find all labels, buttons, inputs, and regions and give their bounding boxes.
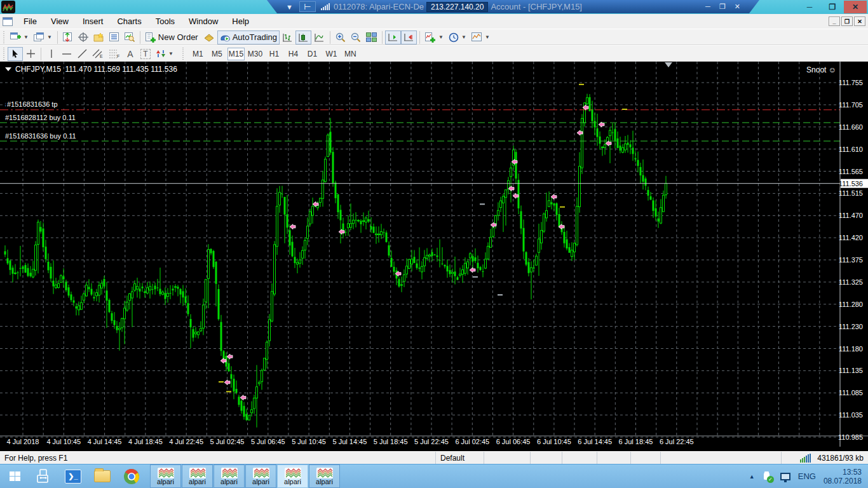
time-tick-label: 6 Jul 06:45 [496, 438, 531, 445]
powershell-button[interactable]: ❯_ [58, 464, 88, 488]
mdi-close-icon[interactable]: ✕ [854, 17, 865, 26]
language-indicator[interactable]: ENG [798, 471, 816, 481]
rdp-minimize-icon[interactable]: ─ [705, 3, 710, 11]
templates-button[interactable]: ▼ [469, 30, 492, 44]
auto-scroll-button[interactable] [385, 30, 401, 44]
timeframe-w1[interactable]: W1 [323, 48, 340, 60]
crosshair-button[interactable] [23, 47, 38, 61]
menu-help[interactable]: Help [225, 15, 256, 27]
time-tick-label: 5 Jul 06:45 [251, 438, 285, 445]
restore-button[interactable]: ❐ [821, 1, 844, 13]
taskbar-app-alpari[interactable]: alpari [150, 464, 181, 488]
new-chart-button[interactable]: ▼ [8, 30, 31, 44]
pin-icon[interactable]: ⊢ [299, 1, 316, 12]
equidistant-channel-button[interactable]: E [90, 47, 106, 61]
new-order-button[interactable]: New Order [143, 30, 201, 44]
chrome-button[interactable] [117, 464, 146, 488]
dropdown-arrow-icon[interactable]: ▼ [485, 34, 490, 40]
text-label-button[interactable]: T [138, 47, 153, 61]
timeframe-d1[interactable]: D1 [304, 48, 321, 60]
metaeditor-button[interactable] [201, 30, 217, 44]
dropdown-arrow-icon[interactable]: ▼ [47, 34, 52, 40]
network-icon[interactable] [780, 473, 790, 480]
rdp-ip-address: 213.227.140.20 [426, 2, 488, 12]
dropdown-arrow-icon[interactable]: ▼ [461, 34, 466, 40]
candlestick-chart-button[interactable] [295, 30, 311, 44]
mdi-restore-icon[interactable]: ❐ [841, 17, 853, 26]
menu-insert[interactable]: Insert [76, 15, 111, 27]
tray-expand-icon[interactable]: ▲ [749, 473, 755, 480]
toolbar-grip[interactable] [2, 31, 6, 44]
timeframe-m1[interactable]: M1 [189, 48, 207, 60]
timeframe-m30[interactable]: M30 [247, 48, 264, 60]
menu-tools[interactable]: Tools [149, 15, 182, 27]
status-panel [531, 452, 562, 464]
arrows-button[interactable]: ▼ [153, 47, 176, 61]
text-button[interactable]: A [123, 47, 138, 61]
admin-tools-button[interactable] [29, 464, 58, 488]
vertical-line-button[interactable] [44, 47, 59, 61]
taskbar-app-alpari[interactable]: alpari [182, 464, 213, 488]
menu-charts[interactable]: Charts [110, 15, 148, 27]
status-panel [631, 452, 661, 464]
chart-window[interactable]: #1516828112 tp#1516831636 tp#1516828112 … [0, 62, 868, 451]
rdp-restore-icon[interactable]: ❐ [719, 3, 726, 11]
svg-text:111.536: 111.536 [839, 180, 863, 187]
minimize-button[interactable]: ─ [798, 1, 821, 13]
dropdown-arrow-icon[interactable]: ▼ [438, 34, 444, 40]
zoom-out-button[interactable] [348, 30, 363, 44]
fibonacci-button[interactable]: F [106, 47, 123, 61]
periods-button[interactable]: ▼ [446, 30, 469, 44]
trendline-button[interactable] [74, 47, 90, 61]
chevron-down-icon[interactable]: ▼ [286, 3, 293, 11]
taskbar-app-label: alpari [220, 478, 238, 485]
chart-shift-button[interactable] [401, 30, 417, 44]
dropdown-arrow-icon[interactable]: ▼ [24, 34, 29, 40]
timeframe-h4[interactable]: H4 [285, 48, 302, 60]
timeframe-mn[interactable]: MN [342, 48, 359, 60]
toolbar-separator [140, 31, 140, 44]
autotrading-button[interactable]: AutoTrading [217, 30, 280, 44]
tile-windows-button[interactable] [363, 30, 379, 44]
price-tick-label: 111.515 [839, 189, 863, 197]
line-chart-button[interactable] [311, 30, 327, 44]
profiles-button[interactable]: ▼ [31, 30, 55, 44]
menu-view[interactable]: View [44, 15, 76, 27]
price-chart[interactable]: #1516828112 tp#1516831636 tp#1516828112 … [0, 62, 868, 451]
toolbar-grip[interactable] [2, 48, 6, 60]
timeframe-m5[interactable]: M5 [208, 48, 226, 60]
indicators-button[interactable]: ▼ [423, 30, 446, 44]
time-axis[interactable]: 4 Jul 20184 Jul 10:454 Jul 14:454 Jul 18… [7, 438, 694, 445]
close-button[interactable]: ✕ [844, 1, 867, 13]
horizontal-line-button[interactable] [59, 47, 74, 61]
zoom-in-button[interactable] [333, 30, 348, 44]
dropdown-arrow-icon[interactable]: ▼ [168, 51, 173, 57]
menu-file[interactable]: File [17, 15, 44, 27]
timeframe-h1[interactable]: H1 [266, 48, 283, 60]
toolbar-grip[interactable] [181, 48, 185, 60]
terminal-button[interactable] [107, 30, 122, 44]
bar-chart-button[interactable] [280, 30, 295, 44]
strategy-tester-button[interactable] [122, 30, 137, 44]
file-explorer-button[interactable] [88, 464, 117, 488]
taskbar-app-alpari[interactable]: alpari [245, 464, 276, 488]
navigator-button[interactable] [91, 30, 107, 44]
data-window-button[interactable] [76, 30, 91, 44]
price-tick-label: 111.565 [839, 168, 863, 175]
price-tick-label: 111.280 [839, 301, 863, 308]
menu-window[interactable]: Window [182, 15, 225, 27]
cursor-button[interactable] [8, 47, 23, 61]
rdp-close-icon[interactable]: ✕ [735, 3, 740, 11]
mdi-minimize-icon[interactable]: _ [829, 17, 840, 26]
timeframe-m15[interactable]: M15 [227, 48, 245, 60]
taskbar-app-alpari[interactable]: alpari [309, 464, 340, 488]
start-button[interactable] [0, 464, 29, 488]
time-tick-label: 4 Jul 10:45 [46, 438, 81, 445]
system-tray: ▲ ✓ ENG 13:53 08.07.2018 [749, 464, 868, 488]
taskbar-app-alpari[interactable]: alpari [214, 464, 245, 488]
usb-device-icon[interactable]: ✓ [763, 471, 773, 482]
status-profile[interactable]: Default [436, 452, 484, 464]
clock[interactable]: 13:53 08.07.2018 [824, 468, 862, 485]
market-watch-button[interactable] [60, 30, 76, 44]
taskbar-app-alpari[interactable]: alpari [277, 464, 308, 488]
